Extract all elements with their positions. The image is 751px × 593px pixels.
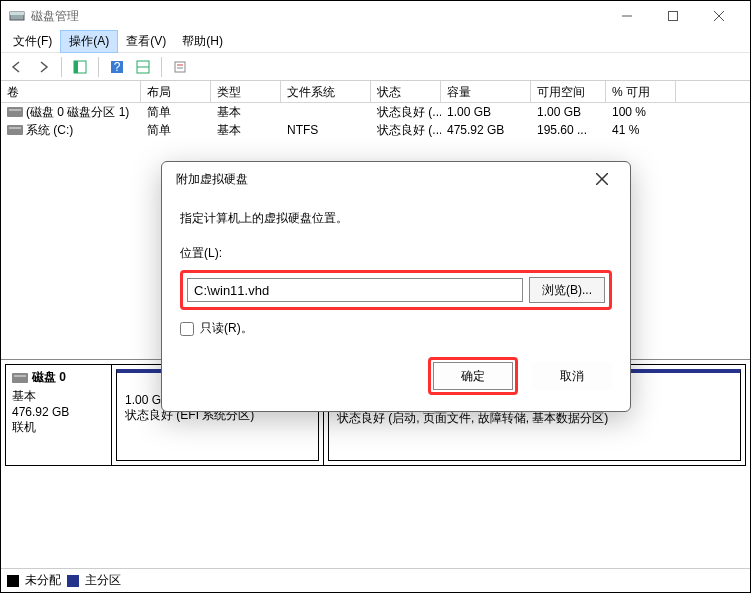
titlebar: 磁盘管理 <box>1 1 750 31</box>
svg-rect-7 <box>74 61 78 73</box>
back-button[interactable] <box>5 55 29 79</box>
table-row[interactable]: (磁盘 0 磁盘分区 1) 简单 基本 状态良好 (... 1.00 GB 1.… <box>1 103 750 121</box>
volume-icon <box>7 125 23 135</box>
svg-rect-12 <box>175 62 185 72</box>
readonly-checkbox-wrap[interactable]: 只读(R)。 <box>180 320 612 337</box>
menu-file[interactable]: 文件(F) <box>5 31 60 52</box>
readonly-label: 只读(R)。 <box>200 320 253 337</box>
volume-table-header: 卷 布局 类型 文件系统 状态 容量 可用空间 % 可用 <box>1 81 750 103</box>
disk-icon <box>12 373 28 383</box>
cell-vol: 系统 (C:) <box>26 122 73 139</box>
svg-rect-1 <box>10 12 24 15</box>
maximize-button[interactable] <box>650 1 696 31</box>
col-fs[interactable]: 文件系统 <box>281 81 371 102</box>
col-status[interactable]: 状态 <box>371 81 441 102</box>
view-button-1[interactable] <box>68 55 92 79</box>
cell-free: 1.00 GB <box>531 105 606 119</box>
window-title: 磁盘管理 <box>31 8 604 25</box>
volume-table-body: (磁盘 0 磁盘分区 1) 简单 基本 状态良好 (... 1.00 GB 1.… <box>1 103 750 139</box>
menu-view[interactable]: 查看(V) <box>118 31 174 52</box>
dialog-hint: 指定计算机上的虚拟硬盘位置。 <box>180 210 612 227</box>
partition-status: 状态良好 (启动, 页面文件, 故障转储, 基本数据分区) <box>337 410 732 427</box>
cell-vol: (磁盘 0 磁盘分区 1) <box>26 104 129 121</box>
toolbar: ? <box>1 53 750 81</box>
menubar: 文件(F) 操作(A) 查看(V) 帮助(H) <box>1 31 750 53</box>
cell-layout: 简单 <box>141 104 211 121</box>
col-free[interactable]: 可用空间 <box>531 81 606 102</box>
legend-swatch-unalloc <box>7 575 19 587</box>
cell-type: 基本 <box>211 122 281 139</box>
location-input[interactable] <box>187 278 523 302</box>
col-capacity[interactable]: 容量 <box>441 81 531 102</box>
disk-size: 476.92 GB <box>12 405 105 419</box>
disk-name: 磁盘 0 <box>32 369 66 386</box>
close-button[interactable] <box>696 1 742 31</box>
col-volume[interactable]: 卷 <box>1 81 141 102</box>
col-type[interactable]: 类型 <box>211 81 281 102</box>
cell-pct: 41 % <box>606 123 676 137</box>
cancel-button[interactable]: 取消 <box>532 362 612 390</box>
help-button[interactable]: ? <box>105 55 129 79</box>
col-pct[interactable]: % 可用 <box>606 81 676 102</box>
cell-pct: 100 % <box>606 105 676 119</box>
minimize-button[interactable] <box>604 1 650 31</box>
cell-layout: 简单 <box>141 122 211 139</box>
legend-unalloc: 未分配 <box>25 572 61 589</box>
readonly-checkbox[interactable] <box>180 322 194 336</box>
view-button-2[interactable] <box>131 55 155 79</box>
browse-button[interactable]: 浏览(B)... <box>529 277 605 303</box>
window-controls <box>604 1 742 31</box>
disk-state: 联机 <box>12 419 105 436</box>
cell-status: 状态良好 (... <box>371 122 441 139</box>
svg-rect-3 <box>669 12 678 21</box>
dialog-close-button[interactable] <box>588 165 616 193</box>
dialog-titlebar: 附加虚拟硬盘 <box>162 162 630 196</box>
ok-highlight: 确定 <box>428 357 518 395</box>
table-row[interactable]: 系统 (C:) 简单 基本 NTFS 状态良好 (... 475.92 GB 1… <box>1 121 750 139</box>
location-highlight: 浏览(B)... <box>180 270 612 310</box>
ok-button[interactable]: 确定 <box>433 362 513 390</box>
legend: 未分配 主分区 <box>1 568 750 592</box>
menu-action[interactable]: 操作(A) <box>60 30 118 53</box>
cell-free: 195.60 ... <box>531 123 606 137</box>
cell-status: 状态良好 (... <box>371 104 441 121</box>
menu-help[interactable]: 帮助(H) <box>174 31 231 52</box>
properties-button[interactable] <box>168 55 192 79</box>
legend-swatch-primary <box>67 575 79 587</box>
cell-capacity: 475.92 GB <box>441 123 531 137</box>
volume-icon <box>7 107 23 117</box>
dialog-title: 附加虚拟硬盘 <box>176 171 248 188</box>
disk-kind: 基本 <box>12 388 105 405</box>
cell-type: 基本 <box>211 104 281 121</box>
svg-text:?: ? <box>114 60 121 74</box>
cell-fs: NTFS <box>281 123 371 137</box>
col-layout[interactable]: 布局 <box>141 81 211 102</box>
app-icon <box>9 8 25 24</box>
disk-info[interactable]: 磁盘 0 基本 476.92 GB 联机 <box>6 365 112 465</box>
legend-primary: 主分区 <box>85 572 121 589</box>
cell-capacity: 1.00 GB <box>441 105 531 119</box>
location-label: 位置(L): <box>180 245 612 262</box>
forward-button[interactable] <box>31 55 55 79</box>
attach-vhd-dialog: 附加虚拟硬盘 指定计算机上的虚拟硬盘位置。 位置(L): 浏览(B)... 只读… <box>161 161 631 412</box>
